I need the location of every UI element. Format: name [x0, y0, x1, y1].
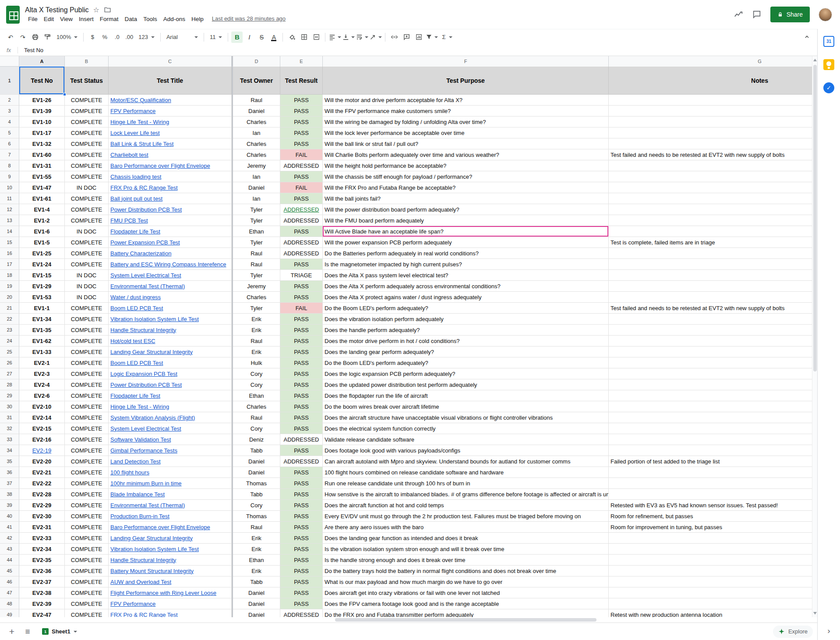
cell-F41[interactable]: Are there any aero issues with the baro	[323, 522, 609, 533]
cell-B6[interactable]: COMPLETE	[65, 138, 109, 149]
cell-F46[interactable]: What is our max payload and how much mar…	[323, 576, 609, 587]
text-color-button[interactable]: A	[268, 32, 279, 43]
cell-F5[interactable]: Will the lock lever performance be accep…	[323, 127, 609, 138]
cell-D3[interactable]: Daniel	[233, 106, 280, 117]
row-header-46[interactable]: 46	[0, 576, 19, 587]
font-family-select[interactable]: Arial	[163, 32, 201, 43]
row-header-32[interactable]: 32	[0, 423, 19, 434]
cell-G18[interactable]	[609, 270, 817, 281]
cell-D43[interactable]: Erik	[233, 544, 280, 555]
paint-format-icon[interactable]	[42, 32, 53, 43]
cell-E17[interactable]: PASS	[280, 259, 323, 270]
cell-C43[interactable]: Vibration Isolation System Life Test	[109, 544, 232, 555]
cell-E44[interactable]: PASS	[280, 555, 323, 566]
row-header-19[interactable]: 19	[0, 281, 19, 292]
cell-E25[interactable]: PASS	[280, 347, 323, 357]
cell-C1[interactable]: Test Title	[109, 67, 232, 95]
cell-B46[interactable]: COMPLETE	[65, 576, 109, 587]
cell-B12[interactable]: COMPLETE	[65, 204, 109, 215]
cell-A1[interactable]: Test No	[19, 67, 65, 95]
row-header-15[interactable]: 15	[0, 237, 19, 248]
cell-E7[interactable]: FAIL	[280, 149, 323, 160]
cell-B1[interactable]: Test Status	[65, 67, 109, 95]
select-all-corner[interactable]	[0, 56, 19, 66]
menu-view[interactable]: View	[57, 15, 76, 23]
cell-F26[interactable]: Do the Boom LED's perform adequately?	[323, 357, 609, 368]
cell-A35[interactable]: EV2-20	[19, 456, 65, 467]
row-header-25[interactable]: 25	[0, 347, 19, 357]
row-header-34[interactable]: 34	[0, 445, 19, 456]
cell-B24[interactable]: COMPLETE	[65, 336, 109, 347]
cell-A20[interactable]: EV1-53	[19, 292, 65, 303]
cell-G42[interactable]	[609, 533, 817, 544]
cell-D13[interactable]: Tyler	[233, 215, 280, 226]
cell-D45[interactable]: Erik	[233, 566, 280, 576]
cell-F39[interactable]: Does the aircraft function at hot and co…	[323, 500, 609, 511]
vertical-scroll-thumb[interactable]	[813, 65, 817, 371]
cell-E18[interactable]: TRIAGE	[280, 270, 323, 281]
cell-E33[interactable]: ADDRESSED	[280, 434, 323, 445]
cell-C11[interactable]: Ball joint pull out test	[109, 193, 232, 204]
cell-A28[interactable]: EV2-4	[19, 379, 65, 390]
cell-D5[interactable]: Ian	[233, 127, 280, 138]
cell-B29[interactable]: COMPLETE	[65, 390, 109, 401]
cell-B49[interactable]: COMPLETE	[65, 609, 109, 617]
cell-E40[interactable]: PASS	[280, 511, 323, 522]
row-header-37[interactable]: 37	[0, 478, 19, 489]
cell-B15[interactable]: COMPLETE	[65, 237, 109, 248]
filter-button[interactable]	[425, 32, 438, 43]
cell-G5[interactable]	[609, 127, 817, 138]
keep-icon[interactable]	[823, 59, 834, 70]
cell-C10[interactable]: FRX Pro & RC Range Test	[109, 182, 232, 193]
row-header-30[interactable]: 30	[0, 401, 19, 412]
row-header-11[interactable]: 11	[0, 193, 19, 204]
cell-F24[interactable]: Does the motor drive perform in hot / co…	[323, 336, 609, 347]
cell-A5[interactable]: EV1-17	[19, 127, 65, 138]
cell-E35[interactable]: ADDRESSED	[280, 456, 323, 467]
cell-D27[interactable]: Cory	[233, 368, 280, 379]
cell-D16[interactable]: Raul	[233, 248, 280, 259]
menu-insert[interactable]: Insert	[76, 15, 97, 23]
cell-E14[interactable]: PASS	[280, 226, 323, 237]
cell-F9[interactable]: Will the chassis be stiff enough for pay…	[323, 171, 609, 182]
cell-E16[interactable]: ADDRESSED	[280, 248, 323, 259]
cell-C41[interactable]: Baro Performance over Flight Envelope	[109, 522, 232, 533]
row-header-16[interactable]: 16	[0, 248, 19, 259]
cell-B9[interactable]: COMPLETE	[65, 171, 109, 182]
cell-D28[interactable]: Cory	[233, 379, 280, 390]
cell-E21[interactable]: FAIL	[280, 303, 323, 314]
cell-B7[interactable]: COMPLETE	[65, 149, 109, 160]
cell-E10[interactable]: FAIL	[280, 182, 323, 193]
cell-D2[interactable]: Raul	[233, 95, 280, 106]
cell-D15[interactable]: Tyler	[233, 237, 280, 248]
cell-D48[interactable]: Daniel	[233, 598, 280, 609]
cell-F11[interactable]: Will the ball joints fail?	[323, 193, 609, 204]
cell-B34[interactable]: COMPLETE	[65, 445, 109, 456]
cell-B27[interactable]: COMPLETE	[65, 368, 109, 379]
cell-G44[interactable]	[609, 555, 817, 566]
cell-A26[interactable]: EV2-1	[19, 357, 65, 368]
row-header-3[interactable]: 3	[0, 106, 19, 117]
cell-A33[interactable]: EV2-16	[19, 434, 65, 445]
row-header-24[interactable]: 24	[0, 336, 19, 347]
scroll-down-icon[interactable]	[813, 612, 817, 615]
row-header-42[interactable]: 42	[0, 533, 19, 544]
row-header-40[interactable]: 40	[0, 511, 19, 522]
cell-G26[interactable]	[609, 357, 817, 368]
cell-C33[interactable]: Software Validation Test	[109, 434, 232, 445]
cell-F22[interactable]: Does the vibration isolation perform ade…	[323, 314, 609, 325]
cell-B13[interactable]: COMPLETE	[65, 215, 109, 226]
cell-E34[interactable]: PASS	[280, 445, 323, 456]
horizontal-scroll-thumb[interactable]	[335, 618, 596, 622]
column-header-E[interactable]: E	[280, 56, 323, 67]
cell-G28[interactable]	[609, 379, 817, 390]
cell-F19[interactable]: Does the Alta X perform adequately acros…	[323, 281, 609, 292]
cell-A30[interactable]: EV2-10	[19, 401, 65, 412]
avatar[interactable]	[819, 8, 832, 21]
cell-E1[interactable]: Test Result	[280, 67, 323, 95]
tasks-icon[interactable]: ✓	[823, 82, 834, 93]
add-sheet-button[interactable]: +	[4, 624, 19, 639]
cell-G1[interactable]: Notes	[609, 67, 817, 95]
cell-G4[interactable]	[609, 117, 817, 127]
cell-B31[interactable]: COMPLETE	[65, 412, 109, 423]
